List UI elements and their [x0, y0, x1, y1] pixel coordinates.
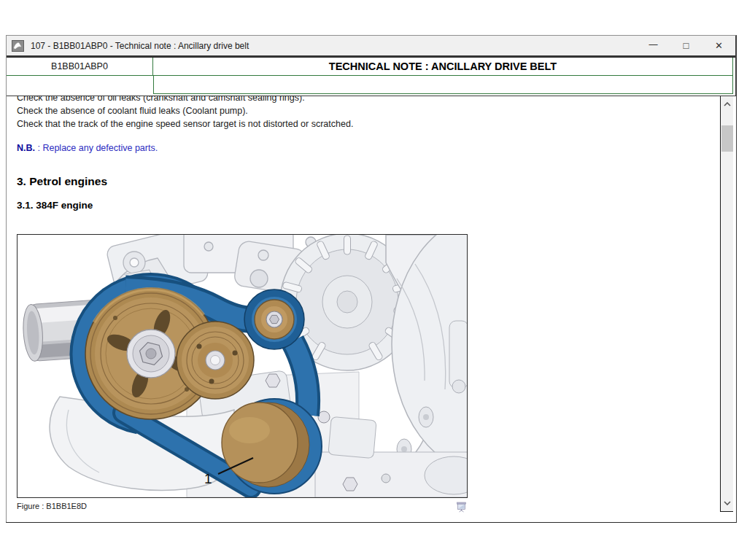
nb-label: N.B. — [17, 143, 35, 153]
document-code: B1BB01ABP0 — [7, 58, 153, 76]
document-header: B1BB01ABP0 TECHNICAL NOTE : ANCILLARY DR… — [7, 57, 735, 76]
header-empty-row — [153, 76, 733, 94]
subsection-heading: 3.1. 384F engine — [17, 200, 717, 211]
nb-note: N.B. : Replace any defective parts. — [17, 143, 717, 153]
scroll-down-button[interactable] — [721, 497, 733, 510]
chevron-up-icon — [724, 102, 731, 106]
close-icon[interactable]: ✕ — [703, 35, 735, 56]
projector-screen-icon[interactable] — [456, 502, 468, 513]
paragraph: Check the absence of oil leaks (cranksha… — [17, 96, 717, 104]
section-heading: 3. Petrol engines — [17, 175, 717, 188]
minimize-icon[interactable]: — — [637, 35, 670, 56]
app-icon — [12, 40, 24, 52]
window-controls: — □ ✕ — [637, 35, 735, 56]
window-title: 107 - B1BB01ABP0 - Technical note : Anci… — [31, 41, 249, 51]
water-pump-pulley — [177, 322, 254, 399]
engine-illustration: 1 — [18, 235, 467, 497]
figure-caption: Figure : B1BB1E8D — [17, 502, 87, 510]
technical-note-window: 107 - B1BB01ABP0 - Technical note : Anci… — [6, 35, 737, 523]
note-content: Check the absence of oil leaks (cranksha… — [7, 96, 717, 513]
callout-1-label: 1 — [204, 471, 212, 486]
paragraph: Check the absence of coolant fluid leaks… — [17, 104, 717, 117]
window-titlebar[interactable]: 107 - B1BB01ABP0 - Technical note : Anci… — [7, 36, 735, 57]
vertical-scrollbar[interactable] — [720, 96, 733, 512]
paragraph: Check that the track of the engine speed… — [17, 117, 717, 131]
engine-figure: 1 — [17, 234, 468, 498]
check-paragraphs: Check the absence of oil leaks (cranksha… — [17, 96, 717, 131]
nb-text: : Replace any defective parts. — [35, 143, 158, 153]
figure-caption-row: Figure : B1BB1E8D — [17, 502, 468, 513]
desktop: 107 - B1BB01ABP0 - Technical note : Anci… — [0, 0, 747, 560]
scroll-up-button[interactable] — [721, 98, 733, 111]
content-viewport[interactable]: Check the absence of oil leaks (cranksha… — [7, 96, 736, 522]
chevron-down-icon — [724, 501, 731, 505]
document-title: TECHNICAL NOTE : ANCILLARY DRIVE BELT — [153, 58, 733, 76]
scrollbar-thumb[interactable] — [721, 125, 733, 152]
alternator-pulley — [244, 289, 304, 349]
maximize-icon[interactable]: □ — [670, 35, 703, 56]
